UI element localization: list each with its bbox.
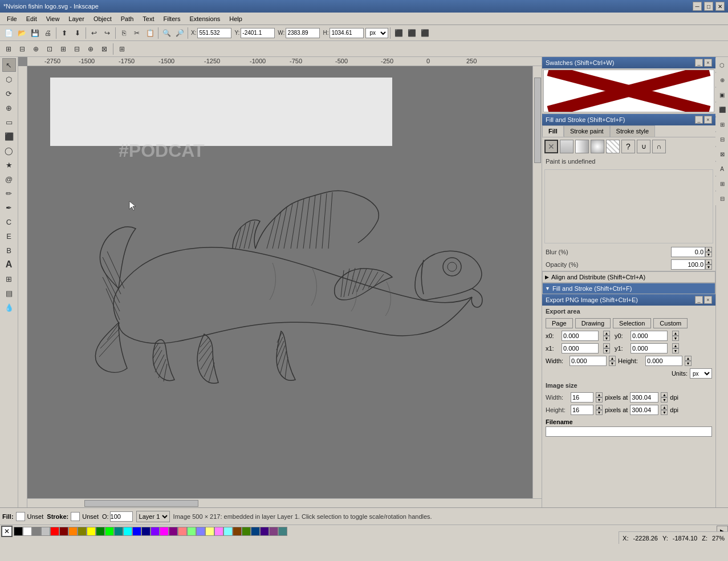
tool-text[interactable]: A	[2, 258, 16, 271]
tool-bucket[interactable]: B	[2, 243, 16, 257]
menu-filters[interactable]: Filters	[159, 14, 185, 23]
palette-swatch[interactable]	[87, 527, 96, 536]
hscroll-thumb[interactable]	[84, 500, 198, 507]
palette-swatch[interactable]	[78, 527, 87, 536]
palette-swatch[interactable]	[59, 527, 68, 536]
menu-layer[interactable]: Layer	[64, 14, 89, 23]
x0-down[interactable]: ▼	[603, 336, 610, 341]
palette-swatch[interactable]	[41, 527, 50, 536]
palette-swatch[interactable]	[214, 527, 223, 536]
x1-up[interactable]: ▲	[603, 343, 610, 348]
snap-center-btn[interactable]: ⊠	[98, 43, 111, 55]
fill-stroke-header[interactable]: Fill and Stroke (Shift+Ctrl+F) _ ×	[542, 114, 715, 125]
height-up[interactable]: ▲	[685, 356, 692, 361]
rt-icon1[interactable]: ⬡	[715, 58, 729, 72]
tool-zoom[interactable]: ⊕	[2, 101, 16, 115]
width-up[interactable]: ▲	[609, 356, 616, 361]
palette-swatch[interactable]	[50, 527, 59, 536]
img-width-input[interactable]	[571, 392, 593, 403]
vscroll-thumb[interactable]	[534, 78, 541, 163]
paint-undef-btn[interactable]: ?	[621, 140, 635, 153]
transform-btn[interactable]: ⊞	[116, 43, 128, 55]
x1-down[interactable]: ▼	[603, 348, 610, 353]
tab-stroke-style[interactable]: Stroke style	[610, 125, 655, 137]
palette-swatch[interactable]	[123, 527, 132, 536]
palette-swatch[interactable]	[151, 527, 160, 536]
rt-icon2[interactable]: ⊕	[715, 73, 729, 87]
tool-star[interactable]: ★	[2, 158, 16, 172]
cut-btn[interactable]: ✂	[131, 27, 143, 39]
horizontal-scrollbar[interactable]	[27, 498, 542, 507]
y0-down[interactable]: ▼	[672, 336, 679, 341]
palette-swatch[interactable]	[160, 527, 169, 536]
coord-y-input[interactable]	[241, 28, 275, 38]
undo-btn[interactable]: ↩	[88, 27, 100, 39]
align-distribute-header[interactable]: ▶ Align and Distribute (Shift+Ctrl+A)	[542, 271, 715, 283]
snap-corner-btn[interactable]: ⊟	[71, 43, 83, 55]
tool-3dbox[interactable]: ⬛	[2, 129, 16, 143]
redo-btn[interactable]: ↪	[101, 27, 113, 39]
palette-swatch[interactable]	[169, 527, 178, 536]
paste-btn[interactable]: 📋	[144, 27, 156, 39]
export-close-btn[interactable]: ×	[704, 296, 712, 304]
fill-stroke-accordion-header[interactable]: ▼ Fill and Stroke (Shift+Ctrl+F)	[542, 283, 715, 294]
align-center-btn[interactable]: ⬛	[405, 27, 418, 39]
menu-extensions[interactable]: Extensions	[185, 14, 225, 23]
export-page-btn[interactable]: Page	[546, 318, 573, 328]
menu-help[interactable]: Help	[225, 14, 247, 23]
coord-x-input[interactable]	[197, 28, 231, 38]
zoom-in-btn[interactable]: 🔍	[160, 27, 173, 39]
swatches-header[interactable]: Swatches (Shift+Ctrl+W) _ ×	[542, 57, 715, 68]
opacity-input[interactable]	[671, 259, 705, 270]
copy-btn[interactable]: ⎘	[117, 27, 130, 39]
tool-dropper[interactable]: 💧	[2, 300, 16, 314]
tool-connector[interactable]: ⊞	[2, 272, 16, 286]
filename-input[interactable]	[546, 426, 712, 437]
palette-swatch[interactable]	[14, 527, 23, 536]
tool-eraser[interactable]: E	[2, 229, 16, 243]
img-width-down[interactable]: ▼	[596, 397, 603, 403]
y1-input[interactable]	[631, 343, 668, 353]
layer-dropdown[interactable]: Layer 1	[136, 511, 170, 522]
open-btn[interactable]: 📂	[15, 27, 28, 39]
y0-up[interactable]: ▲	[672, 331, 679, 336]
opacity-down[interactable]: ▼	[705, 265, 712, 270]
fill-stroke-close-btn[interactable]: ×	[704, 116, 712, 124]
rt-icon7[interactable]: ⊠	[715, 147, 729, 161]
snap-bbox-btn[interactable]: ⊡	[43, 43, 56, 55]
palette-x-btn[interactable]: ✕	[1, 526, 13, 537]
print-btn[interactable]: 🖨	[42, 27, 54, 39]
dpi1-down[interactable]: ▼	[661, 397, 668, 403]
palette-swatch[interactable]	[105, 527, 114, 536]
paint-none-btn[interactable]: ✕	[544, 140, 558, 153]
palette-swatch[interactable]	[32, 527, 41, 536]
fill-stroke-minimize-btn[interactable]: _	[695, 116, 703, 124]
tool-calligraphy[interactable]: C	[2, 215, 16, 229]
width-input[interactable]	[286, 28, 320, 38]
units-dropdown[interactable]: px mm cm in	[690, 368, 712, 379]
y1-down[interactable]: ▼	[672, 348, 679, 353]
palette-swatch[interactable]	[269, 527, 278, 536]
snap-midpt-btn[interactable]: ⊞	[57, 43, 70, 55]
snap-grid-btn[interactable]: ⊟	[16, 43, 29, 55]
img-height-input[interactable]	[571, 405, 593, 415]
img-width-up[interactable]: ▲	[596, 392, 603, 397]
snap-btn[interactable]: ⊞	[2, 43, 15, 55]
dpi1-up[interactable]: ▲	[661, 392, 668, 397]
tool-pen[interactable]: ✒	[2, 201, 16, 214]
palette-swatch[interactable]	[96, 527, 105, 536]
rt-icon10[interactable]: ⊟	[715, 192, 729, 205]
export-height-input[interactable]	[645, 356, 682, 366]
tool-gradient[interactable]: ▤	[2, 286, 16, 300]
palette-swatch[interactable]	[178, 527, 187, 536]
tab-stroke-paint[interactable]: Stroke paint	[564, 125, 610, 137]
menu-text[interactable]: Text	[138, 14, 158, 23]
palette-swatch[interactable]	[187, 527, 196, 536]
rt-icon9[interactable]: ⊞	[715, 177, 729, 190]
rt-icon6[interactable]: ⊟	[715, 132, 729, 146]
snap-guide-btn[interactable]: ⊕	[84, 43, 97, 55]
palette-swatch[interactable]	[223, 527, 233, 536]
x0-up[interactable]: ▲	[603, 331, 610, 336]
paint-flat-btn[interactable]	[560, 140, 574, 153]
export-drawing-btn[interactable]: Drawing	[575, 318, 611, 328]
